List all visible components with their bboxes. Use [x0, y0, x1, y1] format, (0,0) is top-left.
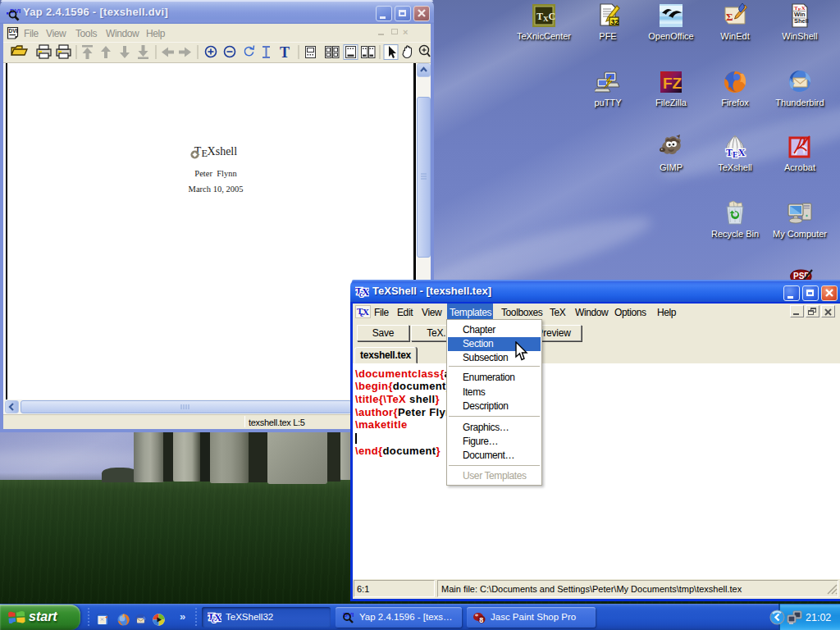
svg-text:Σ: Σ — [726, 11, 733, 23]
svg-text:X: X — [214, 611, 221, 623]
svg-text:T: T — [280, 44, 290, 61]
svg-text:8: 8 — [479, 616, 483, 624]
svg-text:X: X — [362, 285, 369, 298]
svg-text:DVI: DVI — [9, 28, 18, 34]
svg-text:FZ: FZ — [663, 75, 682, 92]
svg-text:X: X — [363, 307, 369, 317]
svg-text:32: 32 — [611, 18, 619, 26]
